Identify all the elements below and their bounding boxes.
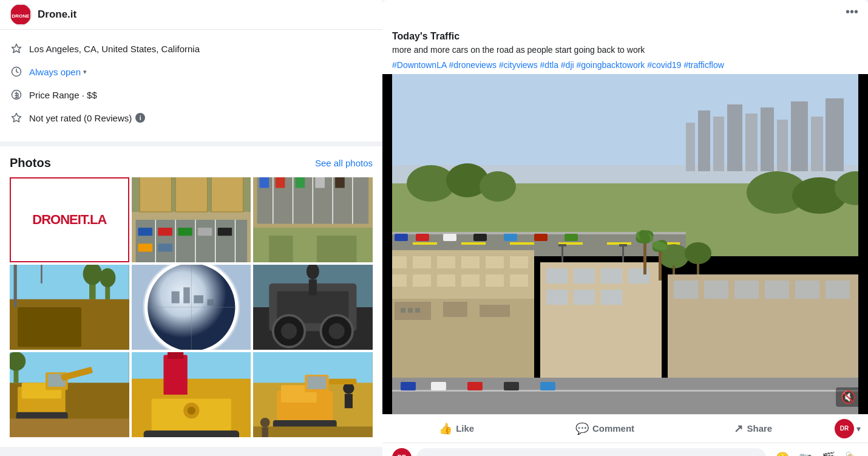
svg-rect-185 [431, 382, 446, 390]
svg-rect-11 [135, 220, 247, 262]
post-card: ••• Today's Traffic more and more cars o… [382, 0, 868, 456]
svg-rect-22 [138, 243, 152, 251]
svg-marker-5 [12, 114, 21, 122]
svg-rect-107 [686, 123, 695, 171]
svg-rect-126 [413, 242, 437, 245]
photo-drill[interactable] [132, 352, 251, 437]
comment-button[interactable]: 💬 Comment [531, 417, 679, 440]
photo-aerial-1[interactable] [132, 177, 251, 262]
see-all-photos-link[interactable]: See all photos [315, 158, 373, 168]
svg-rect-128 [510, 242, 534, 245]
user-avatar-action[interactable]: DR ▾ [827, 417, 868, 440]
svg-rect-143 [461, 256, 480, 268]
chevron-down-icon: ▾ [83, 68, 87, 76]
svg-rect-89 [143, 430, 239, 437]
svg-rect-35 [316, 177, 325, 188]
camera-icon[interactable]: 📷 [799, 451, 812, 456]
svg-rect-177 [704, 281, 728, 299]
photo-excavator-1[interactable] [10, 352, 129, 437]
avatar-chevron: ▾ [856, 424, 861, 434]
svg-rect-155 [480, 305, 510, 317]
svg-rect-9 [175, 177, 207, 212]
photo-aerial-2[interactable] [253, 177, 373, 262]
svg-rect-134 [443, 234, 456, 241]
svg-rect-176 [674, 281, 698, 299]
company-header: DRONE Drone.it [0, 0, 382, 30]
svg-rect-137 [534, 234, 548, 241]
svg-rect-47 [18, 307, 81, 347]
three-dots-button[interactable]: ••• [382, 0, 868, 24]
photos-section: Photos See all photos DRONEIT.LA [0, 146, 382, 447]
svg-rect-113 [777, 120, 788, 171]
sticker-icon[interactable]: 🏷️ [845, 451, 858, 456]
svg-rect-34 [296, 177, 305, 188]
svg-point-66 [281, 323, 297, 339]
photo-machinery[interactable] [253, 265, 373, 350]
rating-row: Not yet rated (0 Reviews) i [10, 106, 373, 129]
post-actions: 👍 Like 💬 Comment ↗ Share DR ▾ [382, 414, 868, 443]
video-container[interactable]: 🔇 [382, 74, 868, 414]
svg-rect-83 [132, 352, 251, 379]
svg-rect-70 [309, 279, 317, 295]
svg-rect-156 [401, 308, 405, 313]
svg-rect-127 [461, 242, 486, 245]
emoji-icon[interactable]: 😊 [776, 451, 789, 456]
svg-rect-132 [395, 234, 408, 241]
post-header: Today's Traffic more and more cars on th… [382, 24, 868, 74]
volume-icon[interactable]: 🔇 [836, 387, 861, 407]
post-title: Today's Traffic [392, 31, 858, 42]
svg-rect-168 [558, 244, 566, 247]
photo-excavator-2[interactable] [253, 352, 373, 437]
svg-rect-167 [561, 244, 563, 262]
svg-rect-39 [317, 236, 357, 262]
svg-rect-99 [345, 394, 353, 409]
svg-rect-110 [727, 104, 742, 171]
svg-rect-133 [416, 234, 429, 241]
comment-input[interactable] [416, 448, 766, 456]
photos-grid: DRONEIT.LA [10, 177, 373, 437]
info-card: Los Angeles, CA, United States, Californ… [0, 30, 382, 141]
svg-rect-38 [270, 236, 293, 262]
svg-rect-10 [211, 177, 243, 212]
photo-globe[interactable] [132, 265, 251, 350]
photo-construction-1[interactable] [10, 265, 129, 350]
svg-rect-178 [734, 281, 759, 299]
svg-rect-97 [307, 376, 326, 389]
video-black-bar-right [858, 74, 868, 414]
photo-logo-cell[interactable]: DRONEIT.LA [10, 177, 129, 262]
hours-row[interactable]: Always open ▾ [10, 60, 373, 83]
like-button[interactable]: 👍 Like [382, 417, 531, 440]
post-description: more and more cars on the road as people… [392, 44, 858, 56]
svg-rect-141 [413, 256, 431, 268]
company-name: Drone.it [38, 9, 76, 21]
svg-rect-186 [467, 382, 483, 390]
svg-rect-154 [443, 302, 467, 317]
svg-rect-151 [510, 274, 528, 287]
svg-rect-136 [504, 234, 517, 241]
gif-icon[interactable]: 🎬 [822, 451, 835, 456]
video-black-bar-left [382, 74, 392, 414]
share-icon: ↗ [734, 422, 743, 435]
svg-rect-81 [10, 418, 129, 437]
svg-rect-60 [207, 299, 213, 305]
svg-rect-174 [697, 262, 699, 274]
svg-rect-157 [408, 308, 413, 313]
comment-bar: DR 😊 📷 🎬 🏷️ [382, 443, 868, 456]
svg-rect-193 [659, 247, 662, 281]
svg-rect-179 [765, 281, 789, 299]
svg-marker-2 [12, 44, 21, 53]
hours-text[interactable]: Always open ▾ [29, 67, 87, 77]
svg-rect-145 [510, 256, 528, 268]
left-panel: DRONE Drone.it Los Angeles, CA, United S… [0, 0, 382, 456]
svg-rect-144 [486, 256, 504, 268]
svg-rect-165 [574, 290, 595, 305]
right-panel: ••• Today's Traffic more and more cars o… [382, 0, 868, 456]
svg-rect-58 [183, 287, 189, 303]
svg-rect-101 [329, 379, 357, 384]
svg-rect-181 [826, 281, 850, 299]
svg-point-120 [480, 171, 516, 202]
svg-rect-135 [473, 234, 487, 241]
svg-rect-108 [698, 111, 710, 171]
post-hashtags[interactable]: #DowntownLA #droneviews #cityviews #dtla… [392, 59, 858, 72]
share-button[interactable]: ↗ Share [679, 417, 827, 440]
